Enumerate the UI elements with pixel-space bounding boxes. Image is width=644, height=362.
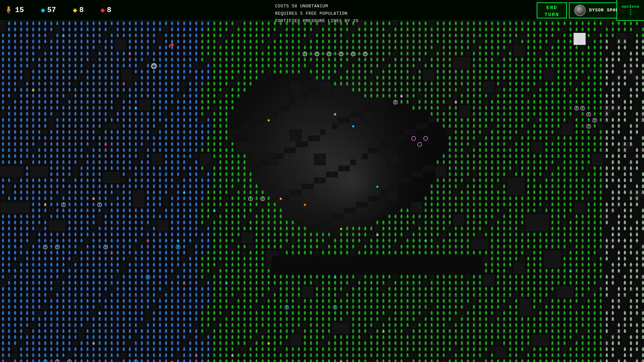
- options-dots-icon: ⋮: [628, 9, 634, 15]
- grid-canvas[interactable]: [0, 21, 644, 362]
- game-grid[interactable]: [0, 21, 644, 362]
- unobtanium-icon: ◆: [41, 6, 45, 15]
- options-label: optIons: [622, 5, 639, 9]
- red-gem-icon: ◆: [101, 6, 105, 15]
- population-icon: 🧍: [4, 6, 13, 15]
- population-value: 15: [15, 6, 24, 14]
- yellow-gem-value: 8: [79, 6, 84, 14]
- tooltip-line1: COSTS 50 UNOBTANIUM: [275, 3, 359, 10]
- tooltip-line3: FORTIFIES PRESSURE LINES BY 25: [275, 17, 359, 25]
- yellow-gem-icon: ◆: [73, 6, 77, 15]
- end-turn-button[interactable]: END TURN: [537, 2, 567, 18]
- yellow-gem-resource: ◆ 8: [73, 6, 84, 15]
- dyson-sphere-icon: [574, 5, 586, 16]
- red-gem-resource: ◆ 8: [101, 6, 111, 15]
- red-gem-value: 8: [107, 6, 111, 14]
- population-resource: 🧍 15: [4, 6, 24, 15]
- unobtanium-value: 57: [47, 6, 56, 14]
- unobtanium-resource: ◆ 57: [41, 6, 56, 15]
- top-hud: 🧍 15 ◆ 57 ◆ 8 ◆ 8 END TURN DYSON SPHERE …: [0, 0, 644, 21]
- options-button[interactable]: optIons ⋮: [616, 0, 644, 21]
- tooltip-box: COSTS 50 UNOBTANIUM REQUIRES 5 FREE POPU…: [275, 3, 359, 25]
- tooltip-line2: REQUIRES 5 FREE POPULATION: [275, 10, 359, 17]
